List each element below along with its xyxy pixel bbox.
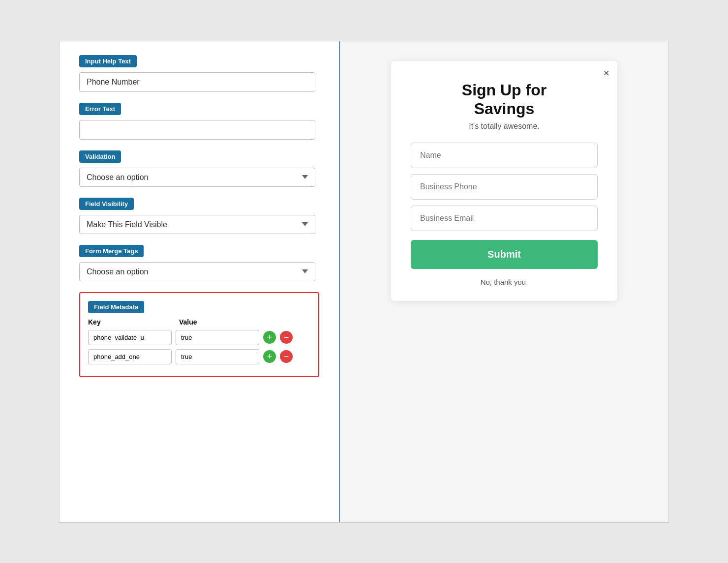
- metadata-row: + −: [88, 330, 310, 345]
- popup-title: Sign Up forSavings: [411, 81, 598, 119]
- metadata-key-header: Key: [88, 318, 179, 326]
- form-merge-tags-section: Form Merge Tags Choose an option: [79, 245, 319, 281]
- no-thanks-text: No, thank you.: [411, 278, 598, 286]
- validation-section: Validation Choose an option: [79, 150, 319, 187]
- error-text-label: Error Text: [79, 103, 121, 115]
- field-metadata-label: Field Metadata: [88, 301, 144, 313]
- main-container: Input Help Text Error Text Validation Ch…: [59, 41, 669, 523]
- right-panel: × Sign Up forSavings It's totally awesom…: [340, 41, 668, 522]
- metadata-key-input-2[interactable]: [88, 349, 172, 364]
- field-visibility-select[interactable]: Make This Field Visible: [79, 215, 315, 234]
- error-text-field[interactable]: [79, 120, 315, 140]
- left-panel: Input Help Text Error Text Validation Ch…: [60, 41, 340, 522]
- business-phone-input[interactable]: [411, 174, 598, 200]
- form-merge-tags-select[interactable]: Choose an option: [79, 262, 315, 281]
- validation-select[interactable]: Choose an option: [79, 168, 315, 187]
- business-email-input[interactable]: [411, 206, 598, 231]
- metadata-add-button-1[interactable]: +: [263, 331, 276, 344]
- metadata-remove-button-1[interactable]: −: [280, 331, 293, 344]
- input-help-text-section: Input Help Text: [79, 55, 319, 92]
- popup-card: × Sign Up forSavings It's totally awesom…: [391, 61, 617, 301]
- error-text-section: Error Text: [79, 103, 319, 140]
- name-input[interactable]: [411, 143, 598, 168]
- submit-button[interactable]: Submit: [411, 240, 598, 269]
- metadata-value-header: Value: [179, 318, 270, 326]
- field-metadata-box: Field Metadata Key Value + − + −: [79, 292, 319, 377]
- metadata-remove-button-2[interactable]: −: [280, 350, 293, 363]
- field-visibility-label: Field Visibility: [79, 198, 134, 210]
- metadata-key-input-1[interactable]: [88, 330, 172, 345]
- metadata-row: + −: [88, 349, 310, 364]
- validation-label: Validation: [79, 150, 121, 163]
- close-button[interactable]: ×: [603, 68, 609, 79]
- metadata-table-header: Key Value: [88, 318, 310, 326]
- form-merge-tags-label: Form Merge Tags: [79, 245, 144, 257]
- field-visibility-section: Field Visibility Make This Field Visible: [79, 198, 319, 234]
- metadata-value-input-2[interactable]: [176, 349, 259, 364]
- popup-subtitle: It's totally awesome.: [411, 122, 598, 131]
- metadata-add-button-2[interactable]: +: [263, 350, 276, 363]
- metadata-value-input-1[interactable]: [176, 330, 259, 345]
- input-help-text-label: Input Help Text: [79, 55, 137, 67]
- input-help-text-field[interactable]: [79, 72, 315, 92]
